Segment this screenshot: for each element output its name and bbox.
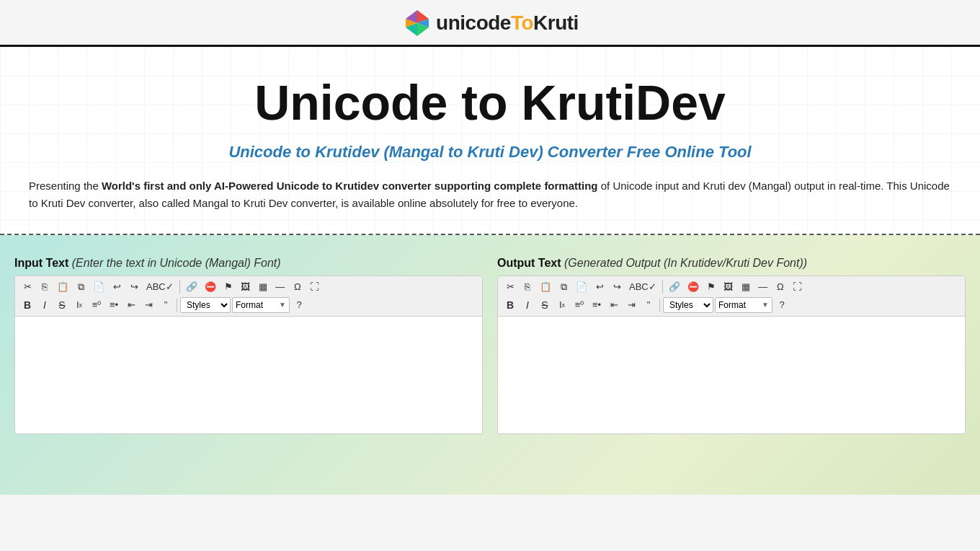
out-special-char-button[interactable]: Ω: [772, 279, 788, 295]
special-char-button[interactable]: Ω: [290, 279, 306, 295]
input-panel: Input Text (Enter the text in Unicode (M…: [14, 257, 483, 434]
undo-button[interactable]: ↩: [109, 279, 125, 295]
blockquote-button[interactable]: ": [158, 297, 174, 313]
out-spellcheck-button[interactable]: ABC✓: [626, 279, 659, 295]
out-fullscreen-button[interactable]: ⛶: [790, 279, 806, 295]
logo-icon: [401, 7, 433, 39]
out-table-button[interactable]: ▦: [738, 279, 754, 295]
page-title: Unicode to KrutiDev: [14, 76, 966, 130]
outdent-button[interactable]: ⇤: [123, 297, 139, 313]
out-hr-button[interactable]: —: [755, 279, 771, 295]
out-italic-button[interactable]: I: [520, 297, 535, 313]
input-editor-box: ✂ ⎘ 📋 ⧉ 📄 ↩ ↪ ABC✓ 🔗 ⛔ ⚑ 🖼 ▦: [14, 276, 483, 434]
strikethrough-button[interactable]: S: [54, 297, 70, 313]
unlink-button[interactable]: ⛔: [202, 279, 219, 295]
out-separator2: [659, 299, 660, 312]
fullscreen-button[interactable]: ⛶: [307, 279, 323, 295]
out-bold-button[interactable]: B: [502, 297, 518, 313]
out-paste-text-button[interactable]: ⧉: [556, 279, 571, 295]
output-panel: Output Text (Generated Output (In Krutid…: [497, 257, 966, 434]
out-image-button[interactable]: 🖼: [721, 279, 736, 295]
out-help-button[interactable]: ?: [774, 297, 790, 313]
hero-description: Presenting the World's first and only AI…: [22, 177, 958, 212]
image-button[interactable]: 🖼: [238, 279, 254, 295]
out-format-dropdown-arrow: ▼: [762, 301, 769, 309]
italic-button[interactable]: I: [37, 297, 53, 313]
output-editor-content[interactable]: [498, 317, 965, 418]
out-styles-select[interactable]: Styles: [663, 297, 713, 313]
help-button[interactable]: ?: [291, 297, 307, 313]
output-toolbar-row1: ✂ ⎘ 📋 ⧉ 📄 ↩ ↪ ABC✓ 🔗 ⛔ ⚑ 🖼 ▦: [502, 279, 961, 295]
out-redo-button[interactable]: ↪: [609, 279, 625, 295]
indent-button[interactable]: ⇥: [141, 297, 156, 313]
format-dropdown[interactable]: Format ▼: [232, 297, 290, 313]
spellcheck-button[interactable]: ABC✓: [143, 279, 177, 295]
redo-button[interactable]: ↪: [126, 279, 142, 295]
out-unlink-button[interactable]: ⛔: [685, 279, 702, 295]
out-unordered-list-button[interactable]: ≡•: [589, 297, 605, 313]
hero-subtitle: Unicode to Krutidev (Mangal to Kruti Dev…: [14, 143, 966, 162]
input-label: Input Text (Enter the text in Unicode (M…: [14, 257, 483, 270]
hero-section: Unicode to KrutiDev Unicode to Krutidev …: [0, 47, 980, 235]
copy-button[interactable]: ⎘: [37, 279, 53, 295]
editors-row: Input Text (Enter the text in Unicode (M…: [14, 257, 966, 434]
paste-button[interactable]: 📋: [54, 279, 71, 295]
output-label: Output Text (Generated Output (In Krutid…: [497, 257, 966, 270]
paste-word-button[interactable]: 📄: [90, 279, 107, 295]
separator2: [177, 299, 177, 312]
out-separator1: [662, 281, 663, 294]
out-blockquote-button[interactable]: ": [641, 297, 656, 313]
unordered-list-button[interactable]: ≡•: [106, 297, 122, 313]
styles-select[interactable]: Styles: [180, 297, 231, 313]
output-toolbar-row2: B I S Ix ≡⁰ ≡• ⇤ ⇥ " Styles: [502, 297, 961, 313]
out-cut-button[interactable]: ✂: [502, 279, 518, 295]
hr-button[interactable]: —: [272, 279, 288, 295]
format-dropdown-arrow: ▼: [279, 301, 286, 309]
out-outdent-button[interactable]: ⇤: [606, 297, 622, 313]
site-header: unicodeToKruti: [0, 0, 980, 47]
clear-format-button[interactable]: Ix: [71, 297, 87, 313]
input-toolbar: ✂ ⎘ 📋 ⧉ 📄 ↩ ↪ ABC✓ 🔗 ⛔ ⚑ 🖼 ▦: [15, 276, 482, 317]
out-copy-button[interactable]: ⎘: [520, 279, 535, 295]
link-button[interactable]: 🔗: [183, 279, 200, 295]
table-button[interactable]: ▦: [255, 279, 271, 295]
desc-bold: World's first and only AI-Powered Unicod…: [102, 180, 598, 192]
out-strikethrough-button[interactable]: S: [537, 297, 553, 313]
output-toolbar: ✂ ⎘ 📋 ⧉ 📄 ↩ ↪ ABC✓ 🔗 ⛔ ⚑ 🖼 ▦: [498, 276, 965, 317]
input-toolbar-row1: ✂ ⎘ 📋 ⧉ 📄 ↩ ↪ ABC✓ 🔗 ⛔ ⚑ 🖼 ▦: [19, 279, 478, 295]
editor-section: Input Text (Enter the text in Unicode (M…: [0, 235, 980, 495]
anchor-button[interactable]: ⚑: [220, 279, 236, 295]
out-clear-format-button[interactable]: Ix: [554, 297, 570, 313]
input-editor-content[interactable]: [15, 317, 482, 418]
out-link-button[interactable]: 🔗: [666, 279, 683, 295]
out-anchor-button[interactable]: ⚑: [703, 279, 719, 295]
out-ordered-list-button[interactable]: ≡⁰: [571, 297, 587, 313]
ordered-list-button[interactable]: ≡⁰: [89, 297, 104, 313]
output-editor-box: ✂ ⎘ 📋 ⧉ 📄 ↩ ↪ ABC✓ 🔗 ⛔ ⚑ 🖼 ▦: [497, 276, 966, 434]
out-undo-button[interactable]: ↩: [592, 279, 607, 295]
separator1: [179, 281, 180, 294]
out-format-dropdown[interactable]: Format ▼: [715, 297, 772, 313]
logo[interactable]: unicodeToKruti: [401, 7, 579, 39]
out-paste-word-button[interactable]: 📄: [573, 279, 590, 295]
input-toolbar-row2: B I S Ix ≡⁰ ≡• ⇤ ⇥ " Styles: [19, 297, 478, 313]
paste-text-button[interactable]: ⧉: [73, 279, 89, 295]
cut-button[interactable]: ✂: [19, 279, 35, 295]
out-indent-button[interactable]: ⇥: [623, 297, 639, 313]
bold-button[interactable]: B: [19, 297, 35, 313]
desc-prefix: Presenting the: [29, 180, 102, 192]
out-paste-button[interactable]: 📋: [537, 279, 554, 295]
logo-text: unicodeToKruti: [436, 12, 579, 35]
